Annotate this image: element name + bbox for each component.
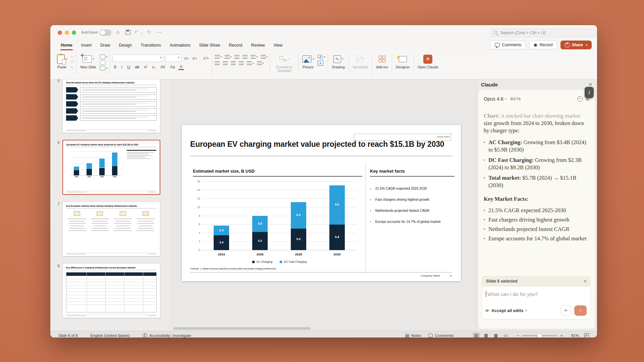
comments-toggle-button[interactable]: Comments [428, 334, 454, 338]
clear-formatting-button[interactable]: A✎ [203, 56, 210, 61]
align-center-button[interactable] [223, 61, 228, 65]
slideshow-button[interactable]: ▭ [502, 333, 509, 338]
new-slide-button[interactable]: ▾ New Slide [79, 53, 97, 79]
font-color-button[interactable]: A [178, 64, 184, 70]
drawing-button[interactable]: ✎▾ Drawing [330, 53, 346, 79]
numbered-list-button[interactable]: ▾ [225, 55, 232, 59]
increase-font-size-button[interactable]: A˄ [183, 56, 190, 60]
tab-animations[interactable]: Animations [165, 40, 195, 51]
market-chart[interactable]: Estimated market size, B USD 02468101214… [193, 169, 365, 269]
autosave-toggle[interactable] [100, 29, 111, 36]
arrange-text-button[interactable]: ▾ [257, 61, 264, 65]
strikethrough-button[interactable]: ab [133, 64, 141, 70]
zoom-out-button[interactable]: − [517, 333, 520, 338]
columns-button[interactable]: ▾ [261, 55, 268, 59]
undo-chevron-icon[interactable]: ▾ [141, 31, 143, 37]
model-selector[interactable]: Opus 4.6 ▾ [484, 96, 506, 102]
picture-button[interactable]: ▾ Picture [301, 53, 315, 79]
key-facts-box[interactable]: Key market facts •21.5% CAGR expected 20… [370, 169, 454, 231]
fullscreen-icon[interactable] [584, 333, 589, 338]
tab-view[interactable]: View [269, 40, 287, 51]
cut-button[interactable]: ✂ [71, 55, 74, 59]
convert-to-smartart-button[interactable]: ▾ Convert to SmartArt [272, 53, 296, 79]
notes-button[interactable]: Notes [405, 334, 421, 338]
slide-thumbnail-8[interactable]: Key differences in charging infrastructu… [62, 263, 160, 318]
close-panel-icon[interactable]: ✕ [588, 82, 592, 87]
format-painter-button[interactable]: ✎ [71, 65, 74, 69]
slide-layout-button[interactable]: ▾ [100, 55, 108, 59]
align-right-button[interactable] [231, 61, 236, 65]
font-size-dropdown[interactable] [165, 54, 181, 62]
accessibility-button[interactable]: Accessibility: Investigate [143, 333, 191, 338]
undo-icon[interactable]: ↶ [134, 29, 139, 36]
record-button[interactable]: ◉ Record [529, 41, 557, 49]
tab-insert[interactable]: Insert [77, 40, 96, 51]
add-attachment-button[interactable]: + [560, 305, 571, 316]
tab-transitions[interactable]: Transitions [136, 40, 165, 51]
indent-decrease-button[interactable] [234, 55, 239, 59]
maximize-window-button[interactable] [72, 31, 76, 35]
slide-title[interactable]: European EV charging market value projec… [190, 140, 452, 149]
subscript-button[interactable]: x₂ [151, 64, 157, 70]
normal-view-button[interactable]: ▤ [473, 333, 480, 338]
send-button[interactable]: ↑ [574, 305, 587, 316]
align-left-button[interactable] [215, 61, 220, 65]
home-icon[interactable]: ⌂ [116, 29, 119, 36]
text-direction-button[interactable]: ▾ [247, 61, 254, 65]
zoom-in-button[interactable]: + [560, 333, 563, 338]
close-window-button[interactable] [58, 31, 62, 35]
zoom-slider-knob[interactable] [537, 333, 542, 338]
tab-home[interactable]: Home [56, 40, 77, 51]
accept-all-edits-button[interactable]: ▷▷ Accept all edits ▾ [486, 308, 527, 313]
zoom-level[interactable]: 81% [568, 334, 579, 338]
slide-thumbnail-7[interactable]: Key European markets show varying chargi… [62, 201, 160, 256]
character-spacing-button[interactable]: AV [159, 64, 167, 70]
horizontal-scrollbar[interactable] [173, 327, 472, 330]
minimize-window-button[interactable] [65, 31, 69, 35]
reading-view-button[interactable]: ▩ [492, 333, 499, 338]
tab-review[interactable]: Review [247, 40, 269, 51]
bold-button[interactable]: B [112, 64, 118, 70]
language-button[interactable]: English (United States) [91, 334, 130, 338]
sensitivity-button[interactable]: ▾ Sensitivity [351, 53, 370, 79]
designer-button[interactable]: Designer [394, 53, 411, 79]
feedback-icon[interactable] [577, 96, 583, 102]
justify-button[interactable] [239, 61, 244, 65]
slide-footnote[interactable]: Footnote: 1. Market revenue projections … [190, 267, 276, 270]
paste-button[interactable]: ▾ Paste [56, 53, 68, 79]
tab-design[interactable]: Design [114, 40, 136, 51]
change-case-button[interactable]: Aa [169, 64, 176, 70]
slide-sorter-button[interactable]: ▦ [482, 333, 490, 338]
decrease-font-size-button[interactable]: A˅ [192, 56, 198, 60]
slide-editor[interactable]: Section marker European EV charging mark… [182, 125, 461, 281]
line-spacing-button[interactable]: ▾ [251, 55, 258, 59]
save-icon[interactable] [125, 30, 130, 35]
chip-close-icon[interactable]: × [584, 279, 586, 284]
search-input[interactable]: Search (Cmd + Ctrl + U) [491, 28, 596, 37]
section-button[interactable]: ▾ [100, 66, 108, 70]
redo-icon[interactable]: ↻ [147, 29, 151, 36]
info-tab-button[interactable]: i [585, 87, 594, 98]
copy-button[interactable]: ❐ [71, 60, 74, 64]
slide-thumbnail-6[interactable]: European EV charging market value projec… [62, 140, 160, 195]
shapes-button[interactable]: ▾ [318, 55, 326, 59]
scrollbar-thumb[interactable] [173, 327, 311, 330]
underline-button[interactable]: U [126, 64, 131, 70]
reset-slide-button[interactable] [100, 60, 108, 65]
text-box-button[interactable] [318, 61, 326, 66]
font-name-dropdown[interactable] [112, 54, 163, 62]
more-commands-icon[interactable]: ⋯ [156, 29, 161, 36]
bullet-list-button[interactable]: ▾ [215, 55, 222, 59]
open-claude-button[interactable]: ✳ Open Claude [416, 53, 440, 79]
chat-input[interactable]: What can I do for you? ▷▷ Accept all edi… [482, 286, 591, 319]
share-button[interactable]: Share ▾ [560, 41, 592, 49]
superscript-button[interactable]: x² [143, 64, 149, 70]
tab-record[interactable]: Record [224, 40, 247, 51]
indent-increase-button[interactable] [243, 55, 248, 59]
tab-slide-show[interactable]: Slide Show [195, 40, 225, 51]
addins-button[interactable]: Add-ins [375, 53, 389, 79]
tab-draw[interactable]: Draw [96, 40, 114, 51]
slide-thumbnail-5[interactable]: Several market forces drive the EV charg… [62, 79, 160, 133]
zoom-slider[interactable] [522, 335, 557, 336]
italic-button[interactable]: I [120, 64, 124, 70]
